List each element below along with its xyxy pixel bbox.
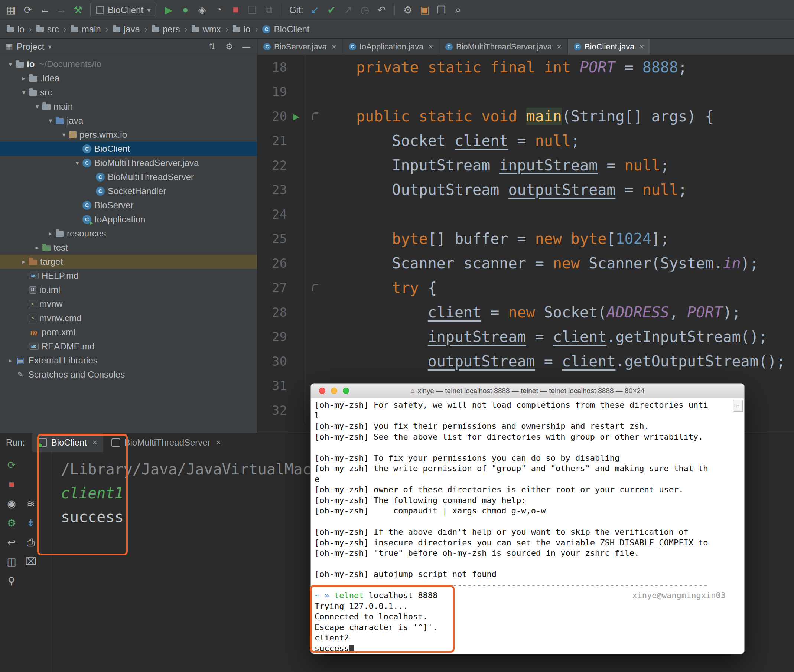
stop-icon[interactable]: ■: [228, 3, 243, 18]
gutter[interactable]: 31: [257, 373, 306, 398]
print-button[interactable]: ⎙: [23, 534, 38, 550]
git-history-icon[interactable]: ◷: [357, 3, 372, 18]
chevron-down-icon[interactable]: ▾: [32, 102, 42, 110]
wrench-icon[interactable]: ⚙: [400, 3, 415, 18]
code-line-28[interactable]: 28 client = new Socket(ADDRESS, PORT);: [257, 300, 794, 325]
overlay-windows-icon[interactable]: ❏: [245, 3, 259, 18]
clear-button[interactable]: ⌧: [23, 554, 38, 570]
gutter[interactable]: 32: [257, 398, 306, 422]
forward-icon[interactable]: →: [54, 3, 69, 18]
breadcrumb-item-pers[interactable]: pers: [152, 24, 180, 35]
save-icon[interactable]: ▦: [4, 3, 19, 18]
tree-item-io-iml[interactable]: IJio.iml: [0, 283, 257, 297]
code-line-29[interactable]: 29 inputStream = client.getInputStream()…: [257, 325, 794, 349]
git-rollback-icon[interactable]: ↶: [374, 3, 389, 18]
project-structure-icon[interactable]: ▣: [417, 3, 432, 18]
tree-item-sockethandler[interactable]: CSocketHandler: [0, 184, 257, 198]
chevron-right-icon[interactable]: ▸: [32, 243, 42, 252]
stop-button[interactable]: ■: [4, 477, 19, 492]
code-line-24[interactable]: 24: [257, 202, 794, 226]
close-icon[interactable]: ×: [428, 42, 433, 51]
gutter[interactable]: 18: [257, 55, 306, 80]
chevron-down-icon[interactable]: ▾: [19, 88, 29, 96]
terminal-titlebar[interactable]: ⌂ xinye — telnet localhost 8888 — telnet…: [311, 384, 744, 398]
editor-tab-biomultithreadserver-java[interactable]: CBioMultiThreadServer.java×: [439, 38, 568, 54]
tree-item-resources[interactable]: ▸resources: [0, 226, 257, 241]
editor-tab-bioserver-java[interactable]: CBioServer.java×: [257, 38, 343, 54]
tree-item-scratches-and-consoles[interactable]: ✎Scratches and Consoles: [0, 368, 257, 382]
chevron-down-icon[interactable]: ▾: [45, 117, 56, 125]
code-line-20[interactable]: 20▶public static void main(String[] args…: [257, 104, 794, 128]
gutter[interactable]: 20▶: [257, 104, 306, 128]
tree-item-mvnw-cmd[interactable]: >mvnw.cmd: [0, 311, 257, 325]
back-icon[interactable]: ←: [37, 3, 52, 18]
git-commit-icon[interactable]: ✔: [324, 3, 339, 18]
code-line-23[interactable]: 23 OutputStream outputStream = null;: [257, 178, 794, 202]
tree-item-biomultithreadserver[interactable]: CBioMultiThreadServer: [0, 170, 257, 184]
code-line-30[interactable]: 30 outputStream = client.getOutputStream…: [257, 349, 794, 373]
soft-wrap-button[interactable]: ≋: [23, 496, 38, 512]
gutter[interactable]: 27: [257, 275, 306, 300]
chevron-right-icon[interactable]: ▸: [5, 357, 16, 365]
tree-item-java[interactable]: ▾java: [0, 114, 257, 128]
code-line-22[interactable]: 22 InputStream inputStream = null;: [257, 153, 794, 178]
code-editor[interactable]: 18private static final int PORT = 8888;1…: [257, 55, 794, 432]
gutter[interactable]: 29: [257, 325, 306, 349]
gutter[interactable]: 21: [257, 128, 306, 153]
fold-icon[interactable]: [312, 112, 318, 120]
exit-button[interactable]: ↩: [4, 534, 19, 550]
coverage-icon[interactable]: ◈: [195, 3, 210, 18]
run-config-selector[interactable]: BioClient▾: [90, 3, 156, 18]
gutter[interactable]: 23: [257, 178, 306, 202]
close-window-button[interactable]: [319, 387, 325, 394]
chevron-down-icon[interactable]: ▾: [5, 60, 16, 68]
tree-item-target[interactable]: ▸target: [0, 255, 257, 269]
code-line-18[interactable]: 18private static final int PORT = 8888;: [257, 55, 794, 80]
gutter[interactable]: 30: [257, 349, 306, 373]
settings-gear-icon[interactable]: ⚙: [224, 41, 235, 52]
chevron-right-icon[interactable]: ▸: [19, 74, 29, 82]
chevron-right-icon[interactable]: ▸: [45, 229, 56, 238]
gutter[interactable]: 28: [257, 300, 306, 325]
collapse-all-icon[interactable]: ⇅: [207, 41, 218, 52]
code-line-26[interactable]: 26 Scanner scanner = new Scanner(System.…: [257, 251, 794, 275]
code-line-27[interactable]: 27 try {: [257, 275, 794, 300]
settings-button[interactable]: ⚙: [4, 515, 19, 531]
tree-item-biomultithreadserver-java[interactable]: ▾CBioMultiThreadServer.java: [0, 156, 257, 170]
gutter[interactable]: 25: [257, 226, 306, 251]
breadcrumb-item-src[interactable]: src: [37, 24, 59, 35]
close-icon[interactable]: ×: [216, 438, 221, 447]
breadcrumb-item-io[interactable]: io: [7, 24, 24, 35]
close-icon[interactable]: ×: [331, 42, 336, 51]
pin-button[interactable]: ⚲: [4, 573, 19, 589]
code-line-21[interactable]: 21 Socket client = null;: [257, 128, 794, 153]
project-panel-title[interactable]: Project: [17, 42, 45, 52]
attach-icon[interactable]: ⧉: [261, 3, 276, 18]
breadcrumb-item-main[interactable]: main: [71, 24, 101, 35]
profiler-icon[interactable]: ◔: [211, 3, 226, 18]
tree-item-bioclient[interactable]: CBioClient: [0, 142, 257, 156]
tree-item-idea[interactable]: ▸.idea: [0, 71, 257, 85]
tree-item-pom-xml[interactable]: mpom.xml: [0, 325, 257, 339]
tree-item-readme-md[interactable]: MDREADME.md: [0, 339, 257, 354]
close-icon[interactable]: ×: [639, 42, 644, 51]
chevron-right-icon[interactable]: ▸: [19, 258, 29, 266]
tree-item-external-libraries[interactable]: ▸▤External Libraries: [0, 354, 257, 368]
scrollbar-widget[interactable]: ≡: [733, 400, 743, 412]
gutter[interactable]: 22: [257, 153, 306, 178]
tree-item-src[interactable]: ▾src: [0, 85, 257, 99]
gutter[interactable]: 24: [257, 202, 306, 226]
hide-panel-icon[interactable]: —: [241, 41, 252, 52]
code-line-25[interactable]: 25 byte[] buffer = new byte[1024];: [257, 226, 794, 251]
scroll-to-end-button[interactable]: ⇟: [23, 515, 38, 531]
code-line-19[interactable]: 19: [257, 80, 794, 104]
gutter[interactable]: 26: [257, 251, 306, 275]
git-update-icon[interactable]: ↙: [307, 3, 322, 18]
breadcrumb-item-bioclient[interactable]: CBioClient: [262, 24, 309, 35]
debug-icon[interactable]: ●: [178, 3, 193, 18]
tree-item-mvnw[interactable]: >mvnw: [0, 297, 257, 311]
fold-icon[interactable]: [312, 284, 318, 291]
minimize-window-button[interactable]: [331, 387, 337, 394]
search-icon[interactable]: ⌕: [450, 3, 465, 18]
tree-item-bioserver[interactable]: CBioServer: [0, 198, 257, 212]
